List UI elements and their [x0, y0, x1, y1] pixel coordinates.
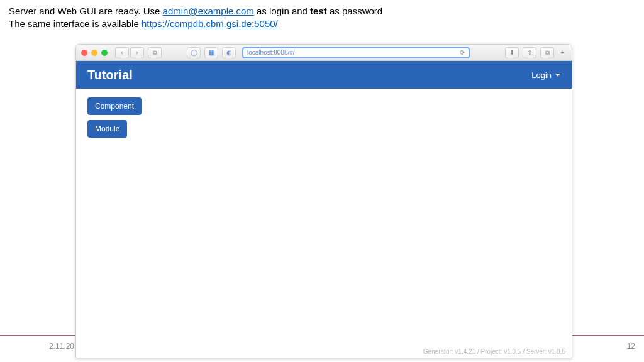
page-content: Component Module Generator: v1.4.21 / Pr… [76, 89, 572, 358]
grid-icon[interactable]: ▦ [204, 47, 218, 58]
text: as login and [254, 6, 310, 16]
text: as password [327, 6, 382, 16]
page-title: Tutorial [87, 68, 133, 82]
browser-titlebar: ‹ › ⧉ ◯ ▦ ◐ localhost:8008/#/ ⟳ ⬇ ⇧ ⧉ + [76, 45, 572, 61]
component-button[interactable]: Component [87, 97, 142, 115]
maximize-icon[interactable] [101, 50, 108, 56]
slide-date: 2.11.20 [49, 342, 74, 351]
download-button[interactable]: ⬇ [505, 47, 519, 58]
forward-button[interactable]: › [130, 47, 144, 58]
app-navbar: Tutorial Login [76, 61, 572, 89]
browser-window: ‹ › ⧉ ◯ ▦ ◐ localhost:8008/#/ ⟳ ⬇ ⇧ ⧉ + … [75, 44, 572, 358]
login-dropdown[interactable]: Login [531, 70, 560, 80]
web-page: Tutorial Login Component Module Generato… [76, 61, 572, 358]
login-email-link[interactable]: admin@example.com [163, 6, 254, 16]
refresh-icon[interactable]: ⟳ [460, 49, 465, 56]
reader-icon[interactable]: ◐ [222, 47, 236, 58]
sidebar-toggle-button[interactable]: ⧉ [148, 47, 162, 58]
slide-instructions: Server and Web GUI are ready. Use admin@… [0, 0, 644, 33]
chevron-down-icon [555, 74, 560, 77]
window-controls [81, 50, 108, 56]
minimize-icon[interactable] [91, 50, 97, 56]
tabs-button[interactable]: ⧉ [540, 47, 554, 58]
shield-icon[interactable]: ◯ [187, 47, 201, 58]
share-button[interactable]: ⇧ [523, 47, 536, 58]
new-tab-button[interactable]: + [558, 47, 567, 58]
text: The same interface is available [9, 18, 142, 29]
password-text: test [310, 6, 327, 16]
close-icon[interactable] [81, 50, 87, 56]
slide-page-number: 12 [627, 342, 635, 351]
url-text: localhost:8008/#/ [247, 49, 295, 56]
module-button[interactable]: Module [87, 120, 127, 138]
version-footer: Generator: v1.4.21 / Project: v1.0.5 / S… [423, 348, 565, 355]
login-label: Login [531, 70, 552, 80]
address-bar[interactable]: localhost:8008/#/ ⟳ [242, 47, 470, 58]
back-button[interactable]: ‹ [115, 47, 129, 58]
external-url-link[interactable]: https://compdb.cbm.gsi.de:5050/ [142, 18, 278, 29]
text: Server and Web GUI are ready. Use [9, 6, 163, 16]
